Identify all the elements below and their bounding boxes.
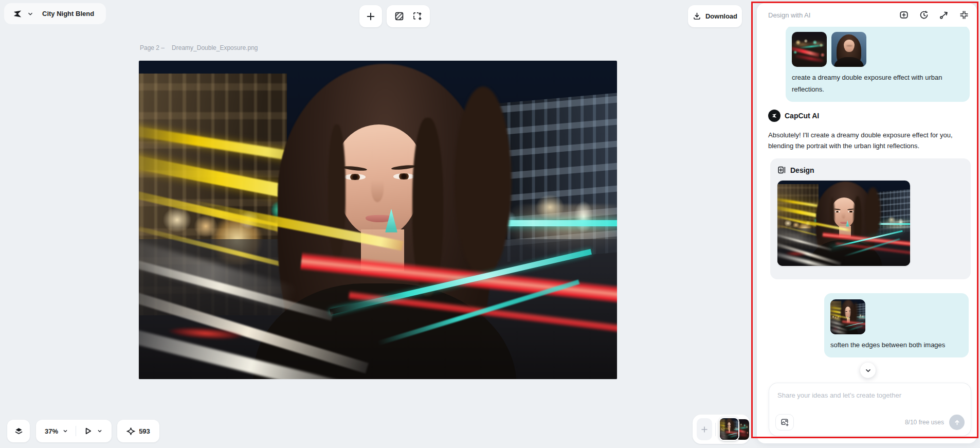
design-with-ai-panel: Design with AI — [757, 3, 977, 443]
page-number: Page 2 – — [140, 44, 165, 51]
attachment-double-exposure-design[interactable] — [830, 299, 865, 334]
page-label: Page 2 – Dreamy_Double_Exposure.png — [140, 44, 258, 51]
app-window: City Night Blend Download Page 2 – Dr — [0, 0, 980, 448]
page-filename: Dreamy_Double_Exposure.png — [172, 44, 258, 51]
attachment-portrait-photo[interactable] — [831, 32, 866, 67]
canvas-tools-group — [387, 5, 430, 27]
arrow-up-icon — [953, 419, 961, 426]
new-chat-icon[interactable] — [899, 10, 909, 20]
share-icon[interactable] — [939, 10, 949, 20]
page-thumbnail-2-selected[interactable] — [719, 417, 739, 441]
chevron-down-icon[interactable] — [62, 428, 68, 434]
scroll-to-bottom-button[interactable] — [860, 363, 876, 378]
add-element-button[interactable] — [359, 5, 382, 27]
design-card-title: Design — [790, 166, 814, 174]
user-message-2-text: soften the edges between both images — [830, 339, 963, 351]
chevron-down-icon[interactable] — [97, 428, 103, 434]
design-icon — [777, 166, 786, 174]
design-result-image[interactable] — [777, 181, 910, 266]
project-title[interactable]: City Night Blend — [42, 10, 94, 17]
history-icon[interactable] — [919, 10, 929, 20]
assistant-message-1: Absolutely! I'll create a dreamy double … — [768, 130, 971, 152]
layers-button[interactable] — [7, 420, 30, 442]
assistant-header: CapCut AI — [768, 110, 819, 122]
credits-count: 593 — [139, 427, 150, 435]
preview-play-icon[interactable] — [83, 426, 93, 436]
divider — [76, 426, 76, 436]
chat-input[interactable] — [777, 391, 964, 399]
usage-counter: 8/10 free uses — [905, 419, 949, 426]
ai-panel-header: Design with AI — [757, 3, 977, 27]
collapse-panel-icon[interactable] — [959, 10, 969, 20]
send-button[interactable] — [949, 415, 965, 430]
chevron-down-icon[interactable] — [27, 10, 34, 17]
assistant-name: CapCut AI — [785, 112, 819, 120]
credits-button[interactable]: 593 — [117, 420, 159, 442]
attachment-city-night-photo[interactable] — [792, 32, 827, 67]
ai-panel-title: Design with AI — [768, 11, 899, 19]
canvas-image[interactable] — [139, 61, 617, 379]
user-message-2: soften the edges between both images — [824, 293, 969, 357]
view-controls: 37% — [36, 420, 112, 442]
add-page-button[interactable] — [697, 418, 712, 440]
user-message-1-text: create a dreamy double exposure effect w… — [792, 72, 964, 96]
capcut-ai-avatar — [768, 110, 781, 122]
download-label: Download — [705, 12, 737, 20]
download-button[interactable]: Download — [688, 5, 742, 27]
divider — [715, 423, 716, 436]
pages-dock — [693, 415, 750, 444]
chevron-down-icon — [864, 367, 872, 374]
capcut-logo-icon[interactable] — [11, 8, 24, 20]
project-header: City Night Blend — [4, 3, 106, 24]
user-message-1: create a dreamy double exposure effect w… — [786, 26, 970, 102]
resize-canvas-icon[interactable] — [412, 11, 422, 21]
add-image-button[interactable] — [775, 414, 794, 431]
zoom-level[interactable]: 37% — [45, 427, 58, 435]
design-result-card: Design — [770, 158, 971, 279]
background-fill-icon[interactable] — [394, 11, 404, 21]
chat-input-box: 8/10 free uses — [769, 383, 971, 436]
sparkle-icon — [126, 427, 135, 436]
